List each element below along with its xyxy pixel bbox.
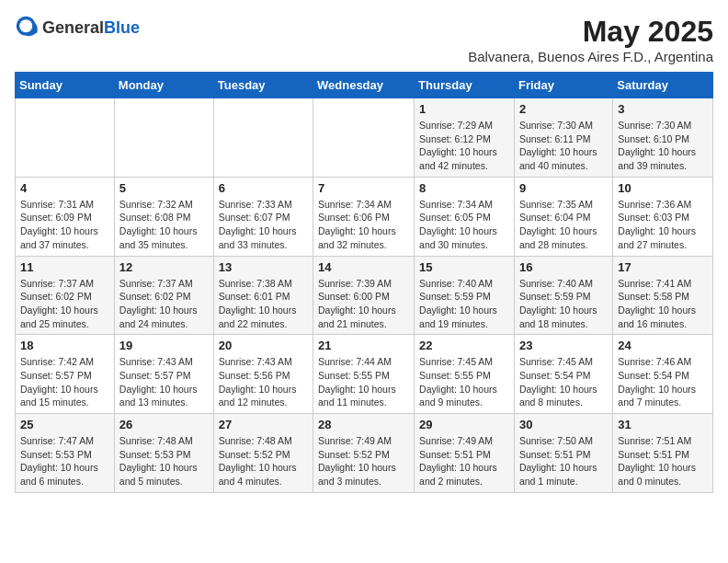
day-number: 24 — [618, 339, 708, 352]
calendar-cell — [114, 98, 213, 178]
calendar-cell: 22Sunrise: 7:45 AM Sunset: 5:55 PM Dayli… — [415, 335, 515, 414]
day-info: Sunrise: 7:40 AM Sunset: 5:59 PM Dayligh… — [519, 277, 608, 331]
day-info: Sunrise: 7:49 AM Sunset: 5:52 PM Dayligh… — [318, 434, 409, 488]
day-number: 7 — [318, 181, 409, 195]
day-info: Sunrise: 7:29 AM Sunset: 6:12 PM Dayligh… — [419, 119, 509, 173]
calendar-cell: 25Sunrise: 7:47 AM Sunset: 5:53 PM Dayli… — [16, 414, 115, 493]
calendar-cell — [213, 98, 313, 178]
day-info: Sunrise: 7:34 AM Sunset: 6:05 PM Dayligh… — [419, 198, 509, 252]
day-number: 27 — [219, 418, 308, 431]
day-number: 8 — [419, 181, 509, 195]
calendar-cell — [16, 98, 115, 178]
calendar-cell: 24Sunrise: 7:46 AM Sunset: 5:54 PM Dayli… — [613, 335, 713, 414]
day-number: 17 — [618, 260, 708, 274]
calendar-cell: 12Sunrise: 7:37 AM Sunset: 6:02 PM Dayli… — [114, 256, 213, 335]
calendar-cell: 2Sunrise: 7:30 AM Sunset: 6:11 PM Daylig… — [514, 98, 612, 178]
calendar-cell: 21Sunrise: 7:44 AM Sunset: 5:55 PM Dayli… — [313, 335, 415, 414]
day-number: 16 — [519, 260, 608, 274]
day-info: Sunrise: 7:48 AM Sunset: 5:52 PM Dayligh… — [219, 434, 308, 488]
day-number: 18 — [20, 339, 109, 352]
day-info: Sunrise: 7:46 AM Sunset: 5:54 PM Dayligh… — [618, 355, 708, 409]
logo-blue: Blue — [104, 18, 140, 37]
day-info: Sunrise: 7:43 AM Sunset: 5:56 PM Dayligh… — [219, 355, 308, 409]
day-info: Sunrise: 7:45 AM Sunset: 5:54 PM Dayligh… — [519, 355, 608, 409]
day-info: Sunrise: 7:31 AM Sunset: 6:09 PM Dayligh… — [20, 198, 109, 252]
calendar-cell: 9Sunrise: 7:35 AM Sunset: 6:04 PM Daylig… — [514, 177, 612, 256]
day-number: 2 — [519, 102, 608, 116]
calendar-cell: 31Sunrise: 7:51 AM Sunset: 5:51 PM Dayli… — [613, 414, 713, 493]
calendar-cell: 26Sunrise: 7:48 AM Sunset: 5:53 PM Dayli… — [114, 414, 213, 493]
calendar-cell: 4Sunrise: 7:31 AM Sunset: 6:09 PM Daylig… — [16, 177, 115, 256]
month-title: May 2025 — [468, 15, 713, 49]
calendar-cell: 23Sunrise: 7:45 AM Sunset: 5:54 PM Dayli… — [514, 335, 612, 414]
calendar-cell: 6Sunrise: 7:33 AM Sunset: 6:07 PM Daylig… — [213, 177, 313, 256]
day-info: Sunrise: 7:41 AM Sunset: 5:58 PM Dayligh… — [618, 277, 708, 331]
day-number: 26 — [119, 418, 209, 431]
page-header: GeneralBlue May 2025 Balvanera, Buenos A… — [15, 15, 713, 64]
day-info: Sunrise: 7:32 AM Sunset: 6:08 PM Dayligh… — [119, 198, 209, 252]
day-info: Sunrise: 7:45 AM Sunset: 5:55 PM Dayligh… — [419, 355, 509, 409]
day-info: Sunrise: 7:39 AM Sunset: 6:00 PM Dayligh… — [318, 277, 409, 331]
calendar-cell: 17Sunrise: 7:41 AM Sunset: 5:58 PM Dayli… — [613, 256, 713, 335]
day-number: 5 — [119, 181, 209, 195]
calendar-cell: 15Sunrise: 7:40 AM Sunset: 5:59 PM Dayli… — [415, 256, 515, 335]
calendar-cell: 27Sunrise: 7:48 AM Sunset: 5:52 PM Dayli… — [213, 414, 313, 493]
calendar-cell: 18Sunrise: 7:42 AM Sunset: 5:57 PM Dayli… — [16, 335, 115, 414]
day-number: 9 — [519, 181, 608, 195]
calendar-header: SundayMondayTuesdayWednesdayThursdayFrid… — [16, 73, 713, 98]
day-info: Sunrise: 7:51 AM Sunset: 5:51 PM Dayligh… — [618, 434, 708, 488]
calendar-cell: 20Sunrise: 7:43 AM Sunset: 5:56 PM Dayli… — [213, 335, 313, 414]
day-number: 29 — [419, 418, 509, 431]
calendar-week-5: 25Sunrise: 7:47 AM Sunset: 5:53 PM Dayli… — [16, 414, 713, 493]
calendar-week-3: 11Sunrise: 7:37 AM Sunset: 6:02 PM Dayli… — [16, 256, 713, 335]
day-info: Sunrise: 7:40 AM Sunset: 5:59 PM Dayligh… — [419, 277, 509, 331]
logo: GeneralBlue — [15, 15, 140, 40]
weekday-header-friday: Friday — [514, 73, 612, 98]
day-info: Sunrise: 7:35 AM Sunset: 6:04 PM Dayligh… — [519, 198, 608, 252]
day-number: 21 — [318, 339, 409, 352]
day-number: 30 — [519, 418, 608, 431]
day-number: 6 — [219, 181, 308, 195]
calendar-week-1: 1Sunrise: 7:29 AM Sunset: 6:12 PM Daylig… — [16, 98, 713, 178]
day-number: 3 — [618, 102, 708, 116]
day-info: Sunrise: 7:30 AM Sunset: 6:11 PM Dayligh… — [519, 119, 608, 173]
day-info: Sunrise: 7:44 AM Sunset: 5:55 PM Dayligh… — [318, 355, 409, 409]
day-number: 11 — [20, 260, 109, 274]
calendar-cell: 14Sunrise: 7:39 AM Sunset: 6:00 PM Dayli… — [313, 256, 415, 335]
day-info: Sunrise: 7:30 AM Sunset: 6:10 PM Dayligh… — [618, 119, 708, 173]
day-info: Sunrise: 7:38 AM Sunset: 6:01 PM Dayligh… — [219, 277, 308, 331]
calendar-cell: 29Sunrise: 7:49 AM Sunset: 5:51 PM Dayli… — [415, 414, 515, 493]
day-info: Sunrise: 7:48 AM Sunset: 5:53 PM Dayligh… — [119, 434, 209, 488]
day-number: 14 — [318, 260, 409, 274]
day-number: 22 — [419, 339, 509, 352]
day-number: 1 — [419, 102, 509, 116]
calendar-cell: 11Sunrise: 7:37 AM Sunset: 6:02 PM Dayli… — [16, 256, 115, 335]
day-info: Sunrise: 7:37 AM Sunset: 6:02 PM Dayligh… — [20, 277, 109, 331]
day-number: 4 — [20, 181, 109, 195]
weekday-header-monday: Monday — [114, 73, 213, 98]
calendar-week-4: 18Sunrise: 7:42 AM Sunset: 5:57 PM Dayli… — [16, 335, 713, 414]
weekday-header-thursday: Thursday — [415, 73, 515, 98]
calendar-cell: 16Sunrise: 7:40 AM Sunset: 5:59 PM Dayli… — [514, 256, 612, 335]
weekday-header-sunday: Sunday — [16, 73, 115, 98]
calendar-cell: 8Sunrise: 7:34 AM Sunset: 6:05 PM Daylig… — [415, 177, 515, 256]
day-number: 20 — [219, 339, 308, 352]
day-info: Sunrise: 7:36 AM Sunset: 6:03 PM Dayligh… — [618, 198, 708, 252]
day-info: Sunrise: 7:50 AM Sunset: 5:51 PM Dayligh… — [519, 434, 608, 488]
calendar-cell: 7Sunrise: 7:34 AM Sunset: 6:06 PM Daylig… — [313, 177, 415, 256]
day-info: Sunrise: 7:43 AM Sunset: 5:57 PM Dayligh… — [119, 355, 209, 409]
calendar-week-2: 4Sunrise: 7:31 AM Sunset: 6:09 PM Daylig… — [16, 177, 713, 256]
day-number: 12 — [119, 260, 209, 274]
calendar-cell: 19Sunrise: 7:43 AM Sunset: 5:57 PM Dayli… — [114, 335, 213, 414]
day-number: 13 — [219, 260, 308, 274]
day-info: Sunrise: 7:47 AM Sunset: 5:53 PM Dayligh… — [20, 434, 109, 488]
weekday-header-tuesday: Tuesday — [213, 73, 313, 98]
day-number: 10 — [618, 181, 708, 195]
calendar-cell — [313, 98, 415, 178]
calendar-cell: 30Sunrise: 7:50 AM Sunset: 5:51 PM Dayli… — [514, 414, 612, 493]
svg-point-1 — [19, 19, 32, 32]
day-number: 31 — [618, 418, 708, 431]
logo-general: General — [42, 18, 104, 37]
weekday-header-saturday: Saturday — [613, 73, 713, 98]
weekday-header-wednesday: Wednesday — [313, 73, 415, 98]
